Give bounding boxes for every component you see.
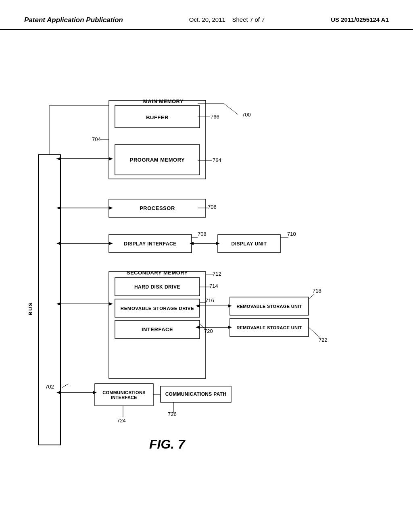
- diagram-svg: [0, 38, 413, 501]
- label-710: 710: [287, 231, 296, 237]
- svg-marker-40: [56, 391, 60, 394]
- page-header: Patent Application Publication Oct. 20, …: [0, 0, 413, 30]
- display-unit-label: DISPLAY UNIT: [218, 235, 280, 253]
- label-722: 722: [319, 337, 327, 343]
- label-714: 714: [209, 283, 218, 289]
- label-712: 712: [213, 271, 221, 277]
- communications-path-label: COMMUNICATIONS PATH: [161, 386, 231, 402]
- secondary-memory-label: SECONDARY MEMORY: [109, 270, 206, 278]
- label-726: 726: [168, 411, 177, 417]
- label-704: 704: [92, 136, 101, 142]
- removable-storage-drive-label: REMOVABLE STORAGE DRIVE: [115, 299, 200, 317]
- label-708: 708: [198, 231, 206, 237]
- header-left: Patent Application Publication: [24, 16, 123, 24]
- header-right: US 2011/0255124 A1: [331, 16, 389, 23]
- label-718: 718: [313, 288, 321, 294]
- header-date: Oct. 20, 2011: [189, 16, 225, 23]
- label-706: 706: [208, 204, 217, 210]
- figure-label: FIG. 7: [149, 437, 185, 452]
- svg-line-54: [309, 294, 315, 299]
- header-center: Oct. 20, 2011 Sheet 7 of 7: [189, 16, 265, 23]
- communications-interface-label: COMMUNICATIONS INTERFACE: [95, 384, 153, 406]
- label-702: 702: [45, 384, 54, 390]
- removable-storage-unit-2-label: REMOVABLE STORAGE UNIT: [230, 318, 309, 337]
- program-memory-label: PROGRAM MEMORY: [115, 147, 200, 173]
- svg-line-44: [224, 104, 238, 114]
- svg-marker-16: [109, 157, 113, 160]
- svg-line-57: [60, 384, 69, 389]
- svg-line-56: [309, 327, 321, 338]
- diagram-area: BUS MAIN MEMORY BUFFER PROGRAM MEMORY PR…: [0, 38, 413, 501]
- bus-label: BUS: [27, 302, 33, 315]
- svg-marker-17: [56, 157, 60, 160]
- processor-label: PROCESSOR: [109, 199, 206, 217]
- label-716: 716: [205, 297, 214, 303]
- svg-marker-22: [56, 206, 60, 210]
- svg-marker-32: [109, 302, 113, 305]
- buffer-label: BUFFER: [115, 110, 200, 125]
- label-766: 766: [211, 114, 219, 120]
- label-724: 724: [117, 418, 126, 424]
- svg-marker-31: [56, 302, 60, 305]
- main-memory-label: MAIN MEMORY: [115, 98, 212, 106]
- svg-rect-0: [38, 155, 60, 445]
- interface-label: INTERFACE: [115, 320, 200, 339]
- display-interface-label: DISPLAY INTERFACE: [109, 235, 192, 253]
- label-700: 700: [242, 112, 251, 118]
- label-764: 764: [213, 157, 221, 163]
- label-720: 720: [204, 328, 213, 334]
- removable-storage-unit-1-label: REMOVABLE STORAGE UNIT: [230, 297, 309, 315]
- hard-disk-drive-label: HARD DISK DRIVE: [115, 278, 200, 296]
- header-sheet: Sheet 7 of 7: [232, 16, 265, 23]
- svg-marker-25: [56, 242, 60, 245]
